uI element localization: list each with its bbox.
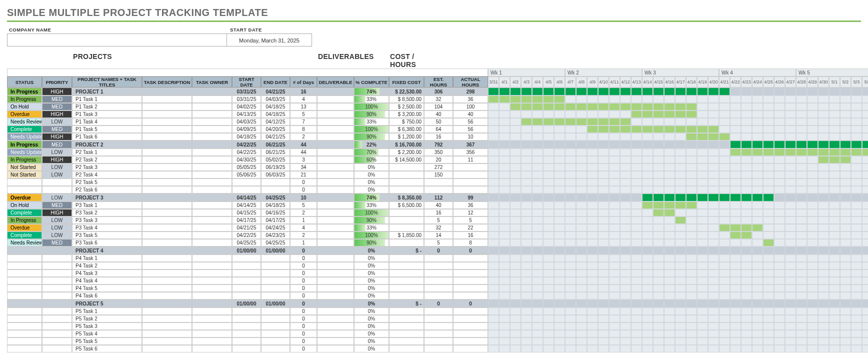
task-owner-cell[interactable] xyxy=(192,96,232,103)
end-date-cell[interactable]: 01/00/00 xyxy=(261,246,290,254)
fixed-cost-cell[interactable] xyxy=(389,292,424,300)
start-date-cell[interactable]: 04/03/25 xyxy=(232,118,261,126)
task-owner-cell[interactable] xyxy=(192,224,232,232)
deliverable-cell[interactable] xyxy=(317,194,354,202)
priority-cell[interactable] xyxy=(42,246,72,254)
end-date-cell[interactable] xyxy=(261,330,290,338)
priority-cell[interactable] xyxy=(42,345,72,352)
pct-complete-cell[interactable]: 100% xyxy=(354,232,389,239)
priority-cell[interactable] xyxy=(42,315,72,322)
task-name-cell[interactable]: P4 Task 2 xyxy=(72,262,142,270)
task-description-cell[interactable] xyxy=(142,209,192,216)
days-cell[interactable]: 1 xyxy=(290,216,317,224)
task-owner-cell[interactable] xyxy=(192,308,232,315)
deliverable-cell[interactable] xyxy=(317,209,354,216)
task-owner-cell[interactable] xyxy=(192,284,232,292)
actual-hours-cell[interactable]: 100 xyxy=(453,103,488,110)
start-date-cell[interactable]: 01/00/00 xyxy=(232,300,261,308)
end-date-cell[interactable] xyxy=(261,345,290,352)
deliverable-cell[interactable] xyxy=(317,345,354,352)
actual-hours-cell[interactable]: 8 xyxy=(453,239,488,246)
fixed-cost-cell[interactable]: $ - xyxy=(389,300,424,308)
start-date-cell[interactable]: 04/30/25 xyxy=(232,156,261,164)
end-date-cell[interactable] xyxy=(261,254,290,262)
task-name-cell[interactable]: P4 Task 5 xyxy=(72,284,142,292)
pct-complete-cell[interactable]: 0% xyxy=(354,284,389,292)
fixed-cost-cell[interactable]: $ 1,200.00 xyxy=(389,133,424,140)
pct-complete-cell[interactable]: 100% xyxy=(354,103,389,110)
end-date-cell[interactable] xyxy=(261,322,290,330)
status-cell[interactable] xyxy=(7,292,42,300)
task-name-cell[interactable]: P2 Task 6 xyxy=(72,186,142,194)
fixed-cost-cell[interactable] xyxy=(389,284,424,292)
task-owner-cell[interactable] xyxy=(192,140,232,148)
task-description-cell[interactable] xyxy=(142,300,192,308)
task-description-cell[interactable] xyxy=(142,194,192,202)
days-cell[interactable]: 1 xyxy=(290,239,317,246)
pct-complete-cell[interactable]: 0% xyxy=(354,178,389,186)
task-description-cell[interactable] xyxy=(142,140,192,148)
deliverable-cell[interactable] xyxy=(317,300,354,308)
actual-hours-cell[interactable]: 22 xyxy=(453,224,488,232)
days-cell[interactable]: 0 xyxy=(290,186,317,194)
est-hours-cell[interactable]: 0 xyxy=(424,300,453,308)
status-cell[interactable]: Overdue xyxy=(7,110,42,118)
days-cell[interactable]: 3 xyxy=(290,156,317,164)
pct-complete-cell[interactable]: 22% xyxy=(354,140,389,148)
task-description-cell[interactable] xyxy=(142,308,192,315)
priority-cell[interactable]: LOW xyxy=(42,171,72,178)
task-name-cell[interactable]: P5 Task 4 xyxy=(72,330,142,338)
actual-hours-cell[interactable]: 10 xyxy=(453,133,488,140)
pct-complete-cell[interactable]: 0% xyxy=(354,164,389,171)
task-name-cell[interactable]: P3 Task 4 xyxy=(72,224,142,232)
end-date-cell[interactable] xyxy=(261,308,290,315)
fixed-cost-cell[interactable]: $ 750.00 xyxy=(389,118,424,126)
est-hours-cell[interactable]: 112 xyxy=(424,194,453,202)
status-cell[interactable]: In Progress xyxy=(7,140,42,148)
days-cell[interactable]: 0 xyxy=(290,270,317,277)
task-description-cell[interactable] xyxy=(142,156,192,164)
task-name-cell[interactable]: PROJECT 5 xyxy=(72,300,142,308)
task-owner-cell[interactable] xyxy=(192,270,232,277)
priority-cell[interactable]: LOW xyxy=(42,224,72,232)
start-date-cell[interactable] xyxy=(232,308,261,315)
task-owner-cell[interactable] xyxy=(192,239,232,246)
est-hours-cell[interactable] xyxy=(424,308,453,315)
actual-hours-cell[interactable]: 11 xyxy=(453,156,488,164)
est-hours-cell[interactable]: 16 xyxy=(424,133,453,140)
fixed-cost-cell[interactable]: $ 22,530.00 xyxy=(389,88,424,96)
est-hours-cell[interactable]: 5 xyxy=(424,216,453,224)
status-cell[interactable]: Not Started xyxy=(7,171,42,178)
task-name-cell[interactable]: P4 Task 1 xyxy=(72,254,142,262)
task-description-cell[interactable] xyxy=(142,88,192,96)
task-description-cell[interactable] xyxy=(142,178,192,186)
est-hours-cell[interactable]: 792 xyxy=(424,140,453,148)
priority-cell[interactable] xyxy=(42,284,72,292)
task-owner-cell[interactable] xyxy=(192,262,232,270)
priority-cell[interactable]: MED xyxy=(42,202,72,209)
start-date-cell[interactable] xyxy=(232,345,261,352)
start-date-cell[interactable]: 05/06/25 xyxy=(232,171,261,178)
start-date-input[interactable]: Monday, March 31, 2025 xyxy=(227,34,312,46)
actual-hours-cell[interactable] xyxy=(453,330,488,338)
fixed-cost-cell[interactable]: $ 8,500.00 xyxy=(389,96,424,103)
actual-hours-cell[interactable]: 36 xyxy=(453,96,488,103)
deliverable-cell[interactable] xyxy=(317,202,354,209)
task-description-cell[interactable] xyxy=(142,103,192,110)
start-date-cell[interactable] xyxy=(232,186,261,194)
start-date-cell[interactable]: 01/00/00 xyxy=(232,246,261,254)
end-date-cell[interactable]: 04/25/25 xyxy=(261,194,290,202)
start-date-cell[interactable]: 04/18/25 xyxy=(232,133,261,140)
start-date-cell[interactable]: 03/31/25 xyxy=(232,96,261,103)
priority-cell[interactable]: LOW xyxy=(42,164,72,171)
actual-hours-cell[interactable]: 356 xyxy=(453,148,488,156)
start-date-cell[interactable] xyxy=(232,322,261,330)
pct-complete-cell[interactable]: 33% xyxy=(354,202,389,209)
days-cell[interactable]: 0 xyxy=(290,315,317,322)
task-name-cell[interactable]: P5 Task 6 xyxy=(72,345,142,352)
est-hours-cell[interactable]: 306 xyxy=(424,88,453,96)
end-date-cell[interactable] xyxy=(261,270,290,277)
pct-complete-cell[interactable]: 0% xyxy=(354,171,389,178)
pct-complete-cell[interactable]: 90% xyxy=(354,216,389,224)
end-date-cell[interactable] xyxy=(261,178,290,186)
